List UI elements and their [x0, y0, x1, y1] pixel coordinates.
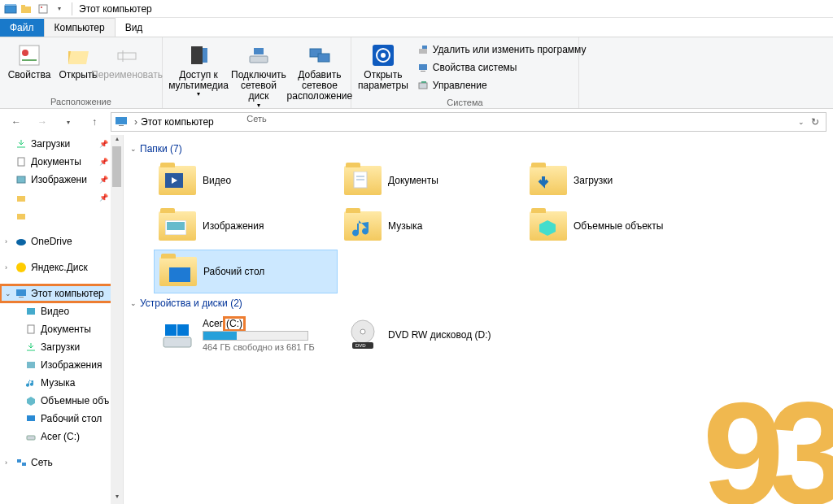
properties-button[interactable]: Свойства [5, 41, 54, 82]
svg-rect-40 [27, 362, 35, 368]
svg-rect-24 [419, 64, 427, 70]
sidebar-item-documents2[interactable]: Документы [0, 320, 123, 338]
drive-c-sub: 464 ГБ свободно из 681 ГБ [203, 342, 315, 352]
tile-3dobjects[interactable]: Объемные объекты [525, 204, 709, 248]
expand-icon[interactable]: › [5, 237, 14, 245]
svg-rect-45 [22, 463, 26, 466]
media-access-button[interactable]: Доступ к мультимедиа▾ [168, 41, 229, 100]
pc-icon [115, 115, 128, 128]
chevron-right-icon[interactable]: › [134, 116, 137, 128]
pin-icon: 📌 [99, 158, 108, 166]
tile-desktop[interactable]: Рабочий стол [154, 250, 338, 293]
scroll-down-icon[interactable]: ▾ [111, 493, 123, 504]
expand-icon[interactable]: › [5, 458, 14, 467]
tile-drive-c[interactable]: Acer (C:) 464 ГБ свободно из 681 ГБ [154, 313, 338, 357]
svg-rect-11 [118, 53, 136, 59]
group-location-label: Расположение [0, 97, 162, 108]
sidebar-item-desktop[interactable]: Рабочий стол [0, 410, 123, 428]
sidebar-item-documents[interactable]: Документы📌 [0, 153, 123, 171]
sidebar-item-videos[interactable]: Видео [0, 302, 123, 320]
tile-music[interactable]: Музыка [339, 204, 523, 248]
tab-computer[interactable]: Компьютер [44, 18, 116, 37]
sidebar-item-pictures2[interactable]: Изображения [0, 356, 123, 374]
tile-pictures[interactable]: Изображения [154, 204, 338, 248]
sidebar-item-acer[interactable]: Acer (C:) [0, 428, 123, 445]
qat-props-icon[interactable] [36, 2, 50, 16]
desktop-icon [24, 412, 37, 425]
expand-icon[interactable]: ⌄ [5, 289, 14, 298]
up-button[interactable]: ↑ [85, 112, 104, 132]
svg-rect-27 [421, 81, 426, 83]
recent-dropdown[interactable]: ▾ [59, 112, 78, 132]
svg-point-5 [41, 7, 42, 8]
sidebar-item-pictures[interactable]: Изображени📌 [0, 171, 123, 189]
music-icon [24, 376, 37, 389]
address-bar: ← → ▾ ↑ › Этот компьютер ⌄ ↻ [0, 109, 833, 135]
svg-rect-6 [20, 46, 39, 65]
address-segment[interactable]: Этот компьютер [141, 116, 214, 128]
svg-marker-10 [68, 51, 89, 64]
video-icon [24, 305, 37, 318]
refresh-icon[interactable]: ↻ [811, 116, 819, 128]
svg-rect-36 [16, 289, 26, 296]
back-button[interactable]: ← [7, 112, 26, 132]
folder-icon [15, 209, 28, 222]
svg-rect-8 [22, 59, 37, 61]
open-settings-button[interactable]: Открыть параметры [356, 41, 410, 93]
tab-file[interactable]: Файл [0, 19, 44, 37]
sidebar-item-empty[interactable] [0, 206, 123, 224]
drive-c-bar [203, 331, 308, 341]
svg-rect-32 [17, 196, 25, 202]
manage-button[interactable]: Управление [413, 76, 590, 94]
content-pane: ⌄Папки (7) Видео Документы Загрузки Изоб… [124, 135, 833, 504]
title-bar: ▾ Этот компьютер [0, 0, 833, 18]
sidebar-item-folder[interactable]: 📌 [0, 189, 123, 206]
music-folder-icon [344, 207, 382, 245]
sidebar-item-network[interactable]: ›Сеть [0, 454, 123, 471]
forward-button[interactable]: → [33, 112, 52, 132]
pc-icon [15, 287, 28, 300]
sidebar-item-thispc[interactable]: ⌄Этот компьютер [0, 285, 123, 302]
sidebar-item-onedrive[interactable]: ›OneDrive [0, 232, 123, 250]
svg-rect-28 [116, 117, 127, 124]
address-dropdown-icon[interactable]: ⌄ [798, 118, 805, 126]
collapse-icon[interactable]: ⌄ [130, 145, 137, 153]
3d-folder-icon [530, 207, 567, 245]
uninstall-button[interactable]: Удалить или изменить программу [413, 41, 590, 59]
address-box[interactable]: › Этот компьютер ⌄ ↻ [111, 112, 826, 132]
tile-downloads[interactable]: Загрузки [525, 159, 709, 202]
svg-rect-1 [5, 4, 16, 6]
downloads-icon [24, 341, 37, 354]
scroll-thumb[interactable] [112, 146, 121, 187]
svg-rect-23 [422, 46, 427, 49]
watermark: 93 [703, 395, 833, 504]
collapse-icon[interactable]: ⌄ [130, 299, 137, 307]
tile-drive-d[interactable]: DVD DVD RW дисковод (D:) [339, 313, 523, 357]
tile-documents[interactable]: Документы [339, 159, 523, 202]
add-network-button[interactable]: Добавить сетевое расположение [288, 41, 351, 104]
svg-rect-0 [5, 6, 16, 13]
tab-view[interactable]: Вид [116, 19, 153, 37]
sidebar-item-downloads[interactable]: Загрузки📌 [0, 135, 123, 153]
ribbon: Свойства Открыть Переименовать Расположе… [0, 37, 833, 109]
svg-rect-15 [250, 56, 268, 63]
tile-videos[interactable]: Видео [154, 159, 338, 202]
map-drive-button[interactable]: Подключить сетевой диск▾ [229, 41, 288, 111]
sidebar-item-music[interactable]: Музыка [0, 374, 123, 392]
sidebar-item-3d[interactable]: Объемные объ [0, 392, 123, 410]
sidebar-scrollbar[interactable]: ▴▾ [111, 135, 123, 504]
expand-icon[interactable]: › [5, 263, 14, 272]
sidebar-item-downloads2[interactable]: Загрузки [0, 338, 123, 356]
qat-folder-icon[interactable] [20, 2, 34, 16]
system-properties-button[interactable]: Свойства системы [413, 59, 590, 76]
qat-dropdown-icon[interactable]: ▾ [52, 2, 67, 16]
scroll-up-icon[interactable]: ▴ [111, 135, 123, 146]
folder-icon [15, 191, 28, 204]
svg-rect-18 [318, 54, 329, 62]
sidebar-item-yandex[interactable]: ›Яндекс.Диск [0, 259, 123, 276]
svg-rect-52 [167, 222, 185, 230]
section-drives[interactable]: ⌄Устройства и диски (2) [124, 294, 833, 312]
desktop-folder-icon [159, 253, 197, 290]
svg-rect-22 [419, 49, 427, 54]
section-folders[interactable]: ⌄Папки (7) [124, 140, 833, 158]
